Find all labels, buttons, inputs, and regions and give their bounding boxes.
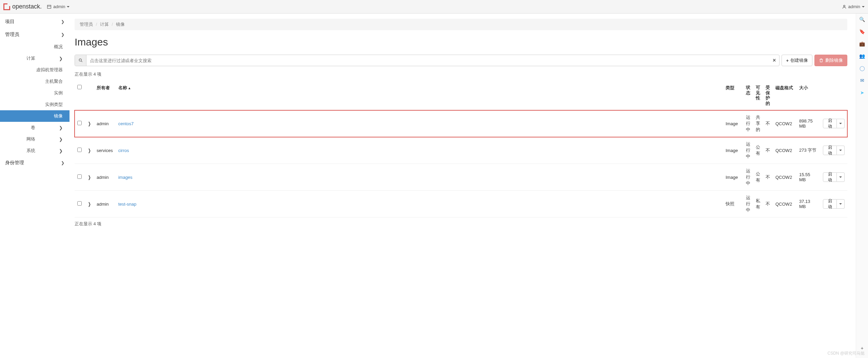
sidebar-item-project[interactable]: 项目 ❯ [0, 15, 70, 28]
cell-owner: admin [94, 110, 116, 137]
svg-point-3 [79, 59, 81, 61]
chevron-right-icon: ❯ [61, 161, 64, 165]
expand-icon[interactable]: ❯ [88, 202, 91, 207]
sidebar-item-volumes[interactable]: 卷 ❯ [0, 122, 70, 133]
sidebar-label: 系统 [26, 148, 35, 154]
image-name-link[interactable]: test-snap [118, 202, 136, 207]
image-name-link[interactable]: cirros [118, 148, 129, 153]
chevron-right-icon: ❯ [59, 148, 63, 153]
chevron-right-icon: ❯ [59, 125, 63, 130]
breadcrumb-item: 镜像 [116, 22, 125, 27]
cell-size: 15.55 MB [796, 164, 820, 191]
send-icon[interactable]: ➤ [859, 90, 865, 96]
launch-button[interactable]: 启动 [823, 199, 837, 209]
actions-dropdown[interactable] [837, 172, 845, 182]
actions-dropdown[interactable] [837, 119, 845, 128]
clear-icon[interactable]: × [769, 57, 779, 63]
sidebar-item-identity[interactable]: 身份管理 ❯ [0, 156, 70, 169]
row-checkbox[interactable] [77, 201, 82, 206]
search-box[interactable]: × [75, 55, 780, 66]
topbar: openstack. admin admin [0, 0, 868, 14]
logo[interactable]: openstack. [3, 3, 42, 10]
svg-point-2 [843, 5, 845, 7]
actions-dropdown[interactable] [837, 146, 845, 155]
expand-icon[interactable]: ❯ [88, 148, 91, 153]
caret-down-icon [67, 6, 70, 7]
chevron-right-icon: ❯ [59, 137, 63, 142]
svg-line-4 [81, 61, 82, 62]
col-status[interactable]: 状态 [743, 81, 753, 110]
launch-button[interactable]: 启动 [823, 119, 837, 128]
button-label: 创建镜像 [790, 57, 808, 63]
user-menu[interactable]: admin [842, 4, 865, 9]
expand-icon[interactable]: ❯ [88, 121, 91, 126]
launch-button[interactable]: 启动 [823, 146, 837, 155]
col-name[interactable]: 名称▲ [116, 81, 723, 110]
col-protected[interactable]: 受保护的 [763, 81, 773, 110]
delete-image-button[interactable]: 删除镜像 [814, 55, 847, 66]
project-label: admin [53, 4, 65, 9]
col-size[interactable]: 大小 [796, 81, 820, 110]
sidebar-item-aggregates[interactable]: 主机聚合 [0, 76, 70, 87]
cell-protected: 不 [763, 164, 773, 191]
mail-icon[interactable]: ✉ [859, 77, 865, 83]
sidebar: 项目 ❯ 管理员 ❯ 概况 计算 ❯ 虚拟机管理器 主机聚合 实例 实例类型 镜… [0, 14, 70, 358]
brand-text: openstack. [12, 3, 42, 10]
cell-size: 898.75 MB [796, 110, 820, 137]
domain-icon [47, 4, 52, 9]
sidebar-item-instances[interactable]: 实例 [0, 87, 70, 99]
cell-type: Image [723, 110, 743, 137]
sidebar-item-compute[interactable]: 计算 ❯ [0, 53, 70, 64]
chevron-right-icon: ❯ [61, 19, 64, 24]
right-rail: 🔍 🔖 💼 👥 ◯ ✉ ➤ + [856, 14, 868, 358]
col-disk-format[interactable]: 磁盘格式 [773, 81, 796, 110]
tag-icon[interactable]: 🔖 [859, 29, 865, 35]
actions-dropdown[interactable] [837, 199, 845, 209]
breadcrumb-item[interactable]: 管理员 [80, 22, 93, 27]
row-checkbox[interactable] [77, 148, 82, 152]
sidebar-label: 卷 [31, 125, 35, 131]
sidebar-item-hypervisors[interactable]: 虚拟机管理器 [0, 64, 70, 76]
cell-status: 运行中 [743, 164, 753, 191]
cell-size: 273 字节 [796, 137, 820, 164]
circle-icon[interactable]: ◯ [859, 65, 865, 71]
sidebar-item-flavors[interactable]: 实例类型 [0, 99, 70, 110]
plus-icon: + [786, 58, 789, 63]
caret-down-icon [862, 6, 865, 7]
sidebar-item-admin[interactable]: 管理员 ❯ [0, 28, 70, 41]
search-input[interactable] [86, 55, 769, 66]
people-icon[interactable]: 👥 [859, 53, 865, 59]
col-owner[interactable]: 所有者 [94, 81, 116, 110]
sidebar-label: 身份管理 [5, 160, 24, 166]
chevron-down-icon: ❯ [61, 32, 64, 37]
image-name-link[interactable]: centos7 [118, 121, 134, 126]
col-type[interactable]: 类型 [723, 81, 743, 110]
image-name-link[interactable]: images [118, 175, 133, 180]
sidebar-label: 网络 [26, 136, 35, 142]
sidebar-label: 管理员 [5, 32, 19, 38]
row-actions: 启动 [823, 172, 845, 182]
cell-disk-format: QCOW2 [773, 164, 796, 191]
toolbar: × + 创建镜像 删除镜像 [75, 55, 847, 66]
row-actions: 启动 [823, 199, 845, 209]
expand-icon[interactable]: ❯ [88, 175, 91, 180]
cell-status: 运行中 [743, 137, 753, 164]
cell-disk-format: QCOW2 [773, 137, 796, 164]
row-checkbox[interactable] [77, 121, 82, 125]
briefcase-icon[interactable]: 💼 [859, 41, 865, 47]
sidebar-item-images[interactable]: 镜像 [0, 110, 70, 122]
search-icon[interactable]: 🔍 [859, 16, 865, 22]
create-image-button[interactable]: + 创建镜像 [782, 55, 812, 66]
sidebar-item-system[interactable]: 系统 ❯ [0, 145, 70, 156]
select-all-checkbox[interactable] [77, 85, 82, 89]
sidebar-item-overview[interactable]: 概况 [0, 41, 70, 53]
sidebar-item-network[interactable]: 网络 ❯ [0, 133, 70, 145]
col-visibility[interactable]: 可见性 [753, 81, 763, 110]
row-checkbox[interactable] [77, 174, 82, 179]
breadcrumb-item[interactable]: 计算 [100, 22, 109, 27]
row-actions: 启动 [823, 146, 845, 155]
launch-button[interactable]: 启动 [823, 172, 837, 182]
cell-owner: admin [94, 191, 116, 218]
breadcrumb-sep: / [112, 22, 113, 27]
project-selector[interactable]: admin [47, 4, 70, 9]
